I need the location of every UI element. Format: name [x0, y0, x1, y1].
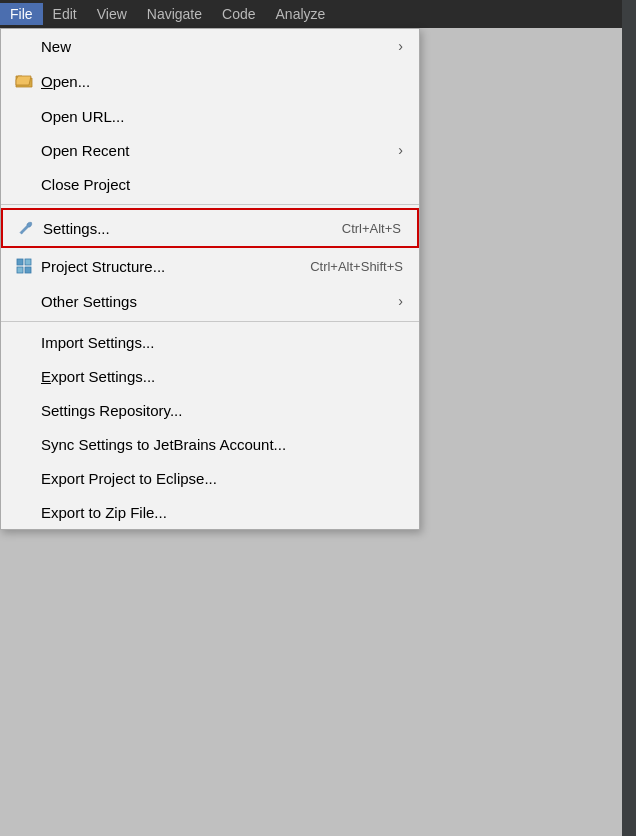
menu-item-settings-repository-label: Settings Repository... — [41, 402, 403, 419]
menu-item-sync-settings-label: Sync Settings to JetBrains Account... — [41, 436, 403, 453]
menu-item-open-label: Open... — [41, 73, 403, 90]
menu-item-new-label: New — [41, 38, 388, 55]
menu-item-import-settings[interactable]: Import Settings... — [1, 325, 419, 359]
menu-item-project-structure-label: Project Structure... — [41, 258, 280, 275]
menu-item-close-project-label: Close Project — [41, 176, 403, 193]
folder-open-icon — [13, 70, 35, 92]
menu-item-export-zip[interactable]: Export to Zip File... — [1, 495, 419, 529]
menu-item-settings[interactable]: Settings... Ctrl+Alt+S — [1, 208, 419, 248]
menu-bar-code[interactable]: Code — [212, 3, 265, 25]
project-structure-icon — [13, 255, 35, 277]
new-arrow-icon: › — [388, 38, 403, 54]
menu-bar-navigate[interactable]: Navigate — [137, 3, 212, 25]
menu-item-settings-repository[interactable]: Settings Repository... — [1, 393, 419, 427]
wrench-icon — [15, 217, 37, 239]
svg-point-0 — [21, 232, 23, 234]
menu-item-sync-settings[interactable]: Sync Settings to JetBrains Account... — [1, 427, 419, 461]
menu-item-open[interactable]: Open... — [1, 63, 419, 99]
menu-item-import-settings-label: Import Settings... — [41, 334, 403, 351]
menu-item-other-settings-label: Other Settings — [41, 293, 388, 310]
svg-rect-3 — [17, 267, 23, 273]
menu-item-settings-label: Settings... — [43, 220, 312, 237]
menu-item-export-settings[interactable]: Export Settings... — [1, 359, 419, 393]
menu-bar-file[interactable]: File — [0, 3, 43, 25]
menu-item-export-eclipse-label: Export Project to Eclipse... — [41, 470, 403, 487]
menu-item-project-structure[interactable]: Project Structure... Ctrl+Alt+Shift+S — [1, 248, 419, 284]
menu-item-open-url-label: Open URL... — [41, 108, 403, 125]
menu-bar-edit[interactable]: Edit — [43, 3, 87, 25]
other-settings-arrow-icon: › — [388, 293, 403, 309]
menu-item-export-zip-label: Export to Zip File... — [41, 504, 403, 521]
separator-2 — [1, 321, 419, 322]
menu-item-open-url[interactable]: Open URL... — [1, 99, 419, 133]
svg-rect-4 — [25, 267, 31, 273]
project-structure-shortcut: Ctrl+Alt+Shift+S — [310, 259, 403, 274]
menu-item-new[interactable]: New › — [1, 29, 419, 63]
menu-item-open-recent-label: Open Recent — [41, 142, 388, 159]
menu-bar: File Edit View Navigate Code Analyze — [0, 0, 636, 28]
svg-rect-1 — [17, 259, 23, 265]
svg-rect-2 — [25, 259, 31, 265]
settings-shortcut: Ctrl+Alt+S — [342, 221, 401, 236]
menu-item-export-eclipse[interactable]: Export Project to Eclipse... — [1, 461, 419, 495]
right-sidebar-panel — [622, 0, 636, 836]
separator-1 — [1, 204, 419, 205]
open-recent-arrow-icon: › — [388, 142, 403, 158]
file-dropdown-menu: New › Open... Open URL... Open Recent › … — [0, 28, 420, 530]
menu-item-close-project[interactable]: Close Project — [1, 167, 419, 201]
menu-item-export-settings-label: Export Settings... — [41, 368, 403, 385]
menu-bar-analyze[interactable]: Analyze — [266, 3, 336, 25]
menu-bar-view[interactable]: View — [87, 3, 137, 25]
menu-item-other-settings[interactable]: Other Settings › — [1, 284, 419, 318]
menu-item-open-recent[interactable]: Open Recent › — [1, 133, 419, 167]
